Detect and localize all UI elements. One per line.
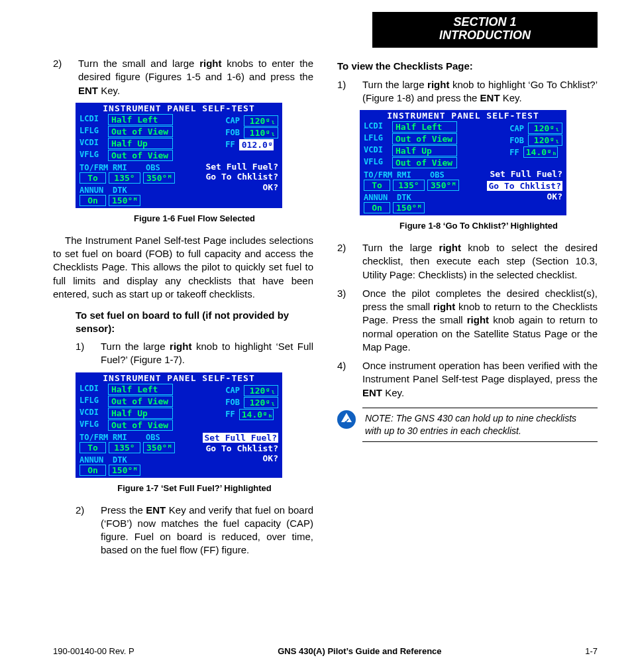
panel-fig8: INSTRUMENT PANEL SELF-TEST LCDIHalf Left… [360,110,566,215]
left-step-2: 2) Turn the small and large right knobs … [53,57,313,97]
set-full-fuel-highlighted: Set Full Fuel? [203,433,278,443]
section-header: SECTION 1 INTRODUCTION [372,12,598,48]
figure-1-6-caption: Figure 1-6 Fuel Flow Selected [76,213,313,223]
figure-1-7: INSTRUMENT PANEL SELF-TEST LCDIHalf Left… [76,372,313,493]
fuel-step-2: 2) Press the ENT Key and verify that fue… [76,504,313,557]
fuel-step-1: 1) Turn the large right knob to highligh… [76,340,313,367]
figure-1-6: INSTRUMENT PANEL SELF-TEST LCDIHalf Left… [76,103,313,223]
left-column: 2) Turn the small and large right knobs … [53,57,313,563]
page-footer: 190-00140-00 Rev. P GNS 430(A) Pilot’s G… [53,646,598,656]
figure-1-8-caption: Figure 1-8 ‘Go To Chklist?’ Highlighted [360,221,598,231]
subhead-checklists: To view the Checklists Page: [337,60,598,73]
note-block: NOTE: The GNS 430 can hold up to nine ch… [337,408,598,442]
figure-1-7-caption: Figure 1-7 ‘Set Full Fuel?’ Highlighted [76,483,313,493]
footer-mid: GNS 430(A) Pilot’s Guide and Reference [278,646,441,656]
go-to-chklist-highlighted: Go To Chklist? [487,181,562,192]
subhead-set-fuel: To set fuel on board to full (if not pro… [76,309,313,335]
footer-right: 1-7 [585,646,598,656]
header-line1: SECTION 1 [372,16,598,29]
panel-fig6: INSTRUMENT PANEL SELF-TEST LCDIHalf Left… [76,103,282,208]
chk-step-4: 4) Once instrument operation has been ve… [337,359,598,400]
header-line2: INTRODUCTION [372,29,598,42]
content-columns: 2) Turn the small and large right knobs … [53,57,598,563]
chk-step-3: 3) Once the pilot completes the desired … [337,287,598,354]
footer-left: 190-00140-00 Rev. P [53,646,134,656]
chk-step-2: 2) Turn the large right knob to select t… [337,241,598,282]
figure-1-8: INSTRUMENT PANEL SELF-TEST LCDIHalf Left… [360,110,598,231]
body-paragraph: The Instrument Panel Self-test Page incl… [53,234,313,301]
note-text: NOTE: The GNS 430 can hold up to nine ch… [362,408,598,442]
ff-value-highlighted: 012.0ᵍₕ [239,139,274,150]
right-column: To view the Checklists Page: 1) Turn the… [337,57,598,563]
note-icon [337,410,356,429]
chk-step-1: 1) Turn the large right knob to highligh… [337,78,598,105]
panel-fig7: INSTRUMENT PANEL SELF-TEST LCDIHalf Left… [76,372,282,478]
